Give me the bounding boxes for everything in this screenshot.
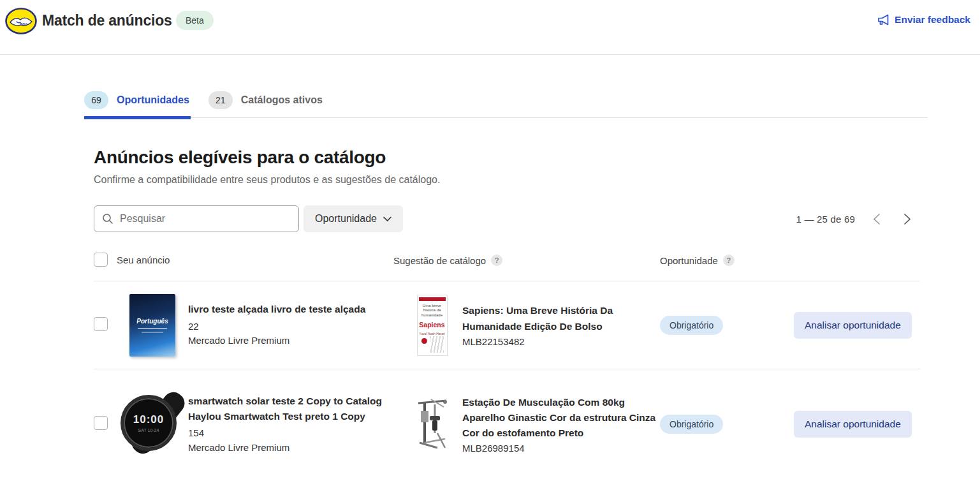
suggestion-thumbnail-sapiens-book: Uma brevehistória dahumanidade Sapiens Y… [417, 295, 448, 356]
suggestion-id: MLB22153482 [462, 336, 657, 347]
tab-oportunidades-count-badge: 69 [84, 91, 108, 109]
analyze-opportunity-button[interactable]: Analisar oportunidade [794, 411, 912, 438]
suggestion-title: Sapiens: Uma Breve História Da Humanidad… [462, 303, 657, 334]
suggestion-title: Estação De Musculação Com 80kg Aparelho … [462, 395, 657, 441]
tab-oportunidades-label: Oportunidades [117, 94, 189, 106]
suggestion-thumbnail-gym-station [416, 398, 449, 450]
mercado-livre-logo-icon [5, 6, 37, 36]
your-ad-stock: 154 [188, 426, 402, 441]
column-header-your-ad: Seu anúncio [117, 255, 170, 265]
column-header-suggestion: Sugestão de catálogo [393, 255, 486, 266]
opportunity-filter-dropdown[interactable]: Oportunidade [304, 205, 403, 232]
chevron-down-icon [383, 216, 391, 222]
opportunity-status-badge: Obrigatório [660, 316, 723, 335]
app-header: Match de anúncios Beta Enviar feedback [0, 0, 980, 55]
toolbar: Oportunidade 1 — 25 de 69 [94, 205, 928, 232]
section-title: Anúncios elegíveis para o catálogo [94, 147, 928, 168]
your-ad-thumbnail-smartwatch: 10:00 SAT 10-24 [118, 390, 187, 459]
tab-oportunidades[interactable]: 69 Oportunidades [84, 91, 191, 117]
your-ad-title: smartwatch solar teste 2 Copy to Catalog… [188, 394, 402, 424]
row-select-checkbox[interactable] [94, 317, 108, 331]
tab-catalogos-count-badge: 21 [208, 91, 233, 109]
section-subtitle: Confirme a compatibilidade entre seus pr… [94, 174, 928, 186]
search-input[interactable] [120, 213, 291, 225]
tab-bar: 69 Oportunidades 21 Catálogos ativos [84, 91, 928, 118]
chevron-left-icon [872, 213, 882, 225]
table-row: Português livro teste alçada livro de te… [94, 281, 920, 369]
send-feedback-button[interactable]: Enviar feedback [877, 14, 970, 26]
page-title: Match de anúncios [42, 12, 172, 29]
select-all-checkbox[interactable] [94, 253, 108, 267]
your-ad-stock: 22 [188, 320, 402, 334]
search-icon [102, 213, 113, 225]
your-ad-listing-type: Mercado Livre Premium [188, 334, 402, 348]
analyze-opportunity-button[interactable]: Analisar oportunidade [794, 312, 912, 339]
beta-badge: Beta [176, 11, 214, 30]
opportunity-filter-label: Oportunidade [315, 213, 377, 225]
table-row: 10:00 SAT 10-24 smartwatch solar teste 2… [94, 369, 920, 479]
chevron-right-icon [902, 213, 912, 225]
table-header: Seu anúncio Sugestão de catálogo ? Oport… [94, 251, 920, 281]
column-header-opportunity: Oportunidade [660, 255, 718, 266]
previous-page-button[interactable] [869, 211, 885, 228]
suggestion-id: MLB26989154 [462, 443, 657, 454]
opportunity-help-icon[interactable]: ? [723, 255, 735, 266]
suggestion-help-icon[interactable]: ? [491, 255, 502, 266]
pagination-range-label: 1 — 25 de 69 [796, 214, 855, 225]
send-feedback-label: Enviar feedback [895, 14, 970, 26]
your-ad-title: livro teste alçada livro de teste alçada [188, 302, 402, 317]
tab-catalogos-label: Catálogos ativos [241, 94, 323, 106]
tab-catalogos-ativos[interactable]: 21 Catálogos ativos [208, 91, 324, 117]
your-ad-listing-type: Mercado Livre Premium [188, 441, 402, 455]
opportunity-status-badge: Obrigatório [660, 415, 723, 434]
your-ad-thumbnail-book: Português [129, 294, 175, 357]
opportunities-table: Seu anúncio Sugestão de catálogo ? Oport… [94, 251, 920, 479]
search-box[interactable] [94, 205, 299, 232]
main-content: 69 Oportunidades 21 Catálogos ativos Anú… [84, 91, 928, 479]
megaphone-icon [877, 14, 890, 26]
next-page-button[interactable] [899, 211, 915, 228]
pagination: 1 — 25 de 69 [796, 205, 915, 232]
row-select-checkbox[interactable] [94, 416, 108, 430]
